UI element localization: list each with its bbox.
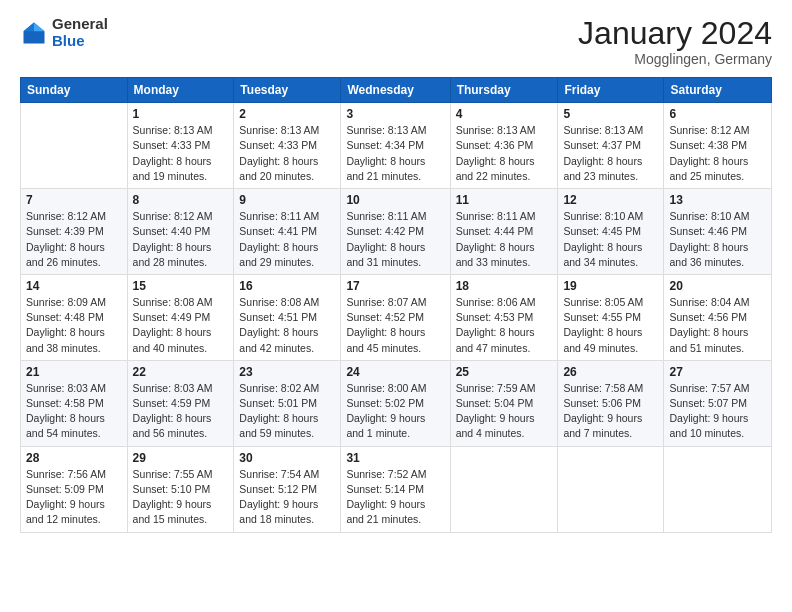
header: General Blue January 2024 Mogglingen, Ge… bbox=[20, 16, 772, 67]
calendar-cell: 28Sunrise: 7:56 AM Sunset: 5:09 PM Dayli… bbox=[21, 446, 128, 532]
logo-general-text: General bbox=[52, 16, 108, 33]
week-row-2: 7Sunrise: 8:12 AM Sunset: 4:39 PM Daylig… bbox=[21, 189, 772, 275]
calendar-table: SundayMondayTuesdayWednesdayThursdayFrid… bbox=[20, 77, 772, 532]
weekday-header-sunday: Sunday bbox=[21, 78, 128, 103]
day-number: 11 bbox=[456, 193, 553, 207]
day-info: Sunrise: 8:03 AM Sunset: 4:58 PM Dayligh… bbox=[26, 381, 122, 442]
day-info: Sunrise: 8:08 AM Sunset: 4:51 PM Dayligh… bbox=[239, 295, 335, 356]
day-number: 6 bbox=[669, 107, 766, 121]
logo-icon bbox=[20, 19, 48, 47]
day-number: 2 bbox=[239, 107, 335, 121]
day-info: Sunrise: 8:13 AM Sunset: 4:33 PM Dayligh… bbox=[239, 123, 335, 184]
page: General Blue January 2024 Mogglingen, Ge… bbox=[0, 0, 792, 612]
weekday-header-thursday: Thursday bbox=[450, 78, 558, 103]
calendar-cell: 25Sunrise: 7:59 AM Sunset: 5:04 PM Dayli… bbox=[450, 360, 558, 446]
calendar-cell: 6Sunrise: 8:12 AM Sunset: 4:38 PM Daylig… bbox=[664, 103, 772, 189]
day-info: Sunrise: 8:13 AM Sunset: 4:37 PM Dayligh… bbox=[563, 123, 658, 184]
week-row-1: 1Sunrise: 8:13 AM Sunset: 4:33 PM Daylig… bbox=[21, 103, 772, 189]
calendar-cell: 16Sunrise: 8:08 AM Sunset: 4:51 PM Dayli… bbox=[234, 274, 341, 360]
day-info: Sunrise: 8:13 AM Sunset: 4:33 PM Dayligh… bbox=[133, 123, 229, 184]
calendar-cell bbox=[21, 103, 128, 189]
weekday-header-friday: Friday bbox=[558, 78, 664, 103]
day-info: Sunrise: 8:13 AM Sunset: 4:36 PM Dayligh… bbox=[456, 123, 553, 184]
logo-blue-text: Blue bbox=[52, 33, 108, 50]
weekday-header-tuesday: Tuesday bbox=[234, 78, 341, 103]
calendar-cell: 31Sunrise: 7:52 AM Sunset: 5:14 PM Dayli… bbox=[341, 446, 450, 532]
calendar-cell bbox=[450, 446, 558, 532]
calendar-cell: 22Sunrise: 8:03 AM Sunset: 4:59 PM Dayli… bbox=[127, 360, 234, 446]
day-number: 30 bbox=[239, 451, 335, 465]
calendar-cell: 20Sunrise: 8:04 AM Sunset: 4:56 PM Dayli… bbox=[664, 274, 772, 360]
calendar-cell: 26Sunrise: 7:58 AM Sunset: 5:06 PM Dayli… bbox=[558, 360, 664, 446]
day-info: Sunrise: 8:10 AM Sunset: 4:45 PM Dayligh… bbox=[563, 209, 658, 270]
day-info: Sunrise: 8:03 AM Sunset: 4:59 PM Dayligh… bbox=[133, 381, 229, 442]
weekday-header-monday: Monday bbox=[127, 78, 234, 103]
calendar-cell: 11Sunrise: 8:11 AM Sunset: 4:44 PM Dayli… bbox=[450, 189, 558, 275]
day-info: Sunrise: 8:09 AM Sunset: 4:48 PM Dayligh… bbox=[26, 295, 122, 356]
day-info: Sunrise: 7:52 AM Sunset: 5:14 PM Dayligh… bbox=[346, 467, 444, 528]
day-number: 17 bbox=[346, 279, 444, 293]
calendar-cell: 1Sunrise: 8:13 AM Sunset: 4:33 PM Daylig… bbox=[127, 103, 234, 189]
svg-marker-1 bbox=[34, 22, 45, 31]
day-number: 15 bbox=[133, 279, 229, 293]
week-row-5: 28Sunrise: 7:56 AM Sunset: 5:09 PM Dayli… bbox=[21, 446, 772, 532]
day-number: 12 bbox=[563, 193, 658, 207]
calendar-cell: 24Sunrise: 8:00 AM Sunset: 5:02 PM Dayli… bbox=[341, 360, 450, 446]
day-info: Sunrise: 7:56 AM Sunset: 5:09 PM Dayligh… bbox=[26, 467, 122, 528]
calendar-cell: 15Sunrise: 8:08 AM Sunset: 4:49 PM Dayli… bbox=[127, 274, 234, 360]
day-info: Sunrise: 7:58 AM Sunset: 5:06 PM Dayligh… bbox=[563, 381, 658, 442]
day-info: Sunrise: 8:06 AM Sunset: 4:53 PM Dayligh… bbox=[456, 295, 553, 356]
calendar-cell: 9Sunrise: 8:11 AM Sunset: 4:41 PM Daylig… bbox=[234, 189, 341, 275]
day-info: Sunrise: 8:10 AM Sunset: 4:46 PM Dayligh… bbox=[669, 209, 766, 270]
day-number: 31 bbox=[346, 451, 444, 465]
calendar-cell: 13Sunrise: 8:10 AM Sunset: 4:46 PM Dayli… bbox=[664, 189, 772, 275]
day-number: 7 bbox=[26, 193, 122, 207]
day-number: 4 bbox=[456, 107, 553, 121]
logo-text: General Blue bbox=[52, 16, 108, 49]
calendar-cell: 2Sunrise: 8:13 AM Sunset: 4:33 PM Daylig… bbox=[234, 103, 341, 189]
location-subtitle: Mogglingen, Germany bbox=[578, 51, 772, 67]
calendar-cell: 30Sunrise: 7:54 AM Sunset: 5:12 PM Dayli… bbox=[234, 446, 341, 532]
day-number: 1 bbox=[133, 107, 229, 121]
calendar-cell: 29Sunrise: 7:55 AM Sunset: 5:10 PM Dayli… bbox=[127, 446, 234, 532]
weekday-header-row: SundayMondayTuesdayWednesdayThursdayFrid… bbox=[21, 78, 772, 103]
calendar-cell: 5Sunrise: 8:13 AM Sunset: 4:37 PM Daylig… bbox=[558, 103, 664, 189]
calendar-cell: 23Sunrise: 8:02 AM Sunset: 5:01 PM Dayli… bbox=[234, 360, 341, 446]
day-info: Sunrise: 8:11 AM Sunset: 4:42 PM Dayligh… bbox=[346, 209, 444, 270]
day-number: 10 bbox=[346, 193, 444, 207]
day-number: 14 bbox=[26, 279, 122, 293]
day-number: 23 bbox=[239, 365, 335, 379]
month-title: January 2024 bbox=[578, 16, 772, 51]
day-number: 13 bbox=[669, 193, 766, 207]
day-info: Sunrise: 7:55 AM Sunset: 5:10 PM Dayligh… bbox=[133, 467, 229, 528]
calendar-cell: 21Sunrise: 8:03 AM Sunset: 4:58 PM Dayli… bbox=[21, 360, 128, 446]
day-number: 3 bbox=[346, 107, 444, 121]
week-row-3: 14Sunrise: 8:09 AM Sunset: 4:48 PM Dayli… bbox=[21, 274, 772, 360]
day-info: Sunrise: 7:54 AM Sunset: 5:12 PM Dayligh… bbox=[239, 467, 335, 528]
day-number: 29 bbox=[133, 451, 229, 465]
day-info: Sunrise: 8:04 AM Sunset: 4:56 PM Dayligh… bbox=[669, 295, 766, 356]
day-info: Sunrise: 8:13 AM Sunset: 4:34 PM Dayligh… bbox=[346, 123, 444, 184]
day-number: 19 bbox=[563, 279, 658, 293]
calendar-cell: 12Sunrise: 8:10 AM Sunset: 4:45 PM Dayli… bbox=[558, 189, 664, 275]
title-block: January 2024 Mogglingen, Germany bbox=[578, 16, 772, 67]
calendar-cell: 19Sunrise: 8:05 AM Sunset: 4:55 PM Dayli… bbox=[558, 274, 664, 360]
calendar-cell: 8Sunrise: 8:12 AM Sunset: 4:40 PM Daylig… bbox=[127, 189, 234, 275]
day-number: 20 bbox=[669, 279, 766, 293]
calendar-header: SundayMondayTuesdayWednesdayThursdayFrid… bbox=[21, 78, 772, 103]
calendar-cell: 27Sunrise: 7:57 AM Sunset: 5:07 PM Dayli… bbox=[664, 360, 772, 446]
day-info: Sunrise: 8:12 AM Sunset: 4:40 PM Dayligh… bbox=[133, 209, 229, 270]
svg-marker-2 bbox=[24, 22, 35, 31]
weekday-header-wednesday: Wednesday bbox=[341, 78, 450, 103]
calendar-cell bbox=[664, 446, 772, 532]
day-number: 18 bbox=[456, 279, 553, 293]
weekday-header-saturday: Saturday bbox=[664, 78, 772, 103]
calendar-body: 1Sunrise: 8:13 AM Sunset: 4:33 PM Daylig… bbox=[21, 103, 772, 532]
day-number: 8 bbox=[133, 193, 229, 207]
calendar-cell: 4Sunrise: 8:13 AM Sunset: 4:36 PM Daylig… bbox=[450, 103, 558, 189]
day-number: 5 bbox=[563, 107, 658, 121]
day-info: Sunrise: 8:11 AM Sunset: 4:41 PM Dayligh… bbox=[239, 209, 335, 270]
day-number: 25 bbox=[456, 365, 553, 379]
day-info: Sunrise: 8:02 AM Sunset: 5:01 PM Dayligh… bbox=[239, 381, 335, 442]
calendar-cell: 3Sunrise: 8:13 AM Sunset: 4:34 PM Daylig… bbox=[341, 103, 450, 189]
